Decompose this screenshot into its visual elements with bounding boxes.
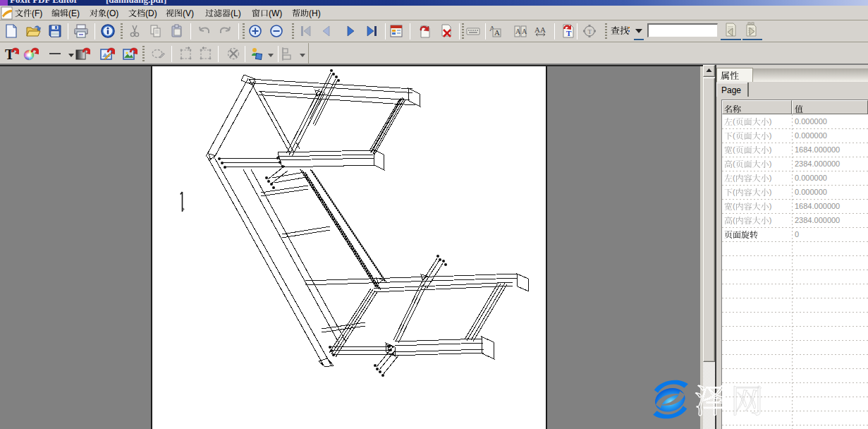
svg-text:): ) [769, 117, 772, 126]
svg-text:): ) [769, 174, 772, 182]
svg-text:): ) [769, 159, 772, 168]
svg-text:): ) [769, 131, 772, 140]
svg-text:(E): (E) [68, 8, 80, 18]
svg-text:(F): (F) [32, 8, 42, 18]
svg-text:(O): (O) [106, 8, 118, 18]
svg-text:A: A [522, 28, 527, 35]
svg-text:AA: AA [534, 25, 546, 34]
svg-text:(: ( [733, 174, 735, 182]
svg-text:T: T [588, 28, 592, 35]
svg-text:(L): (L) [231, 8, 241, 18]
svg-text:(: ( [733, 131, 735, 140]
svg-text:(D): (D) [145, 8, 157, 18]
svg-text:(: ( [733, 216, 735, 224]
svg-text:A: A [494, 28, 500, 37]
svg-text:(: ( [733, 188, 735, 196]
svg-text:T: T [566, 29, 572, 37]
svg-text:): ) [769, 202, 772, 210]
svg-text:(: ( [733, 145, 735, 154]
svg-text:(: ( [733, 117, 735, 126]
svg-text:): ) [769, 216, 772, 224]
svg-text:(W): (W) [269, 8, 282, 18]
svg-text:A: A [515, 28, 521, 35]
svg-text:(V): (V) [183, 8, 194, 18]
svg-text:): ) [769, 188, 772, 196]
svg-text:): ) [769, 145, 772, 154]
svg-text:(H): (H) [309, 8, 321, 18]
svg-text:(: ( [733, 202, 735, 210]
svg-text:(: ( [733, 159, 735, 168]
